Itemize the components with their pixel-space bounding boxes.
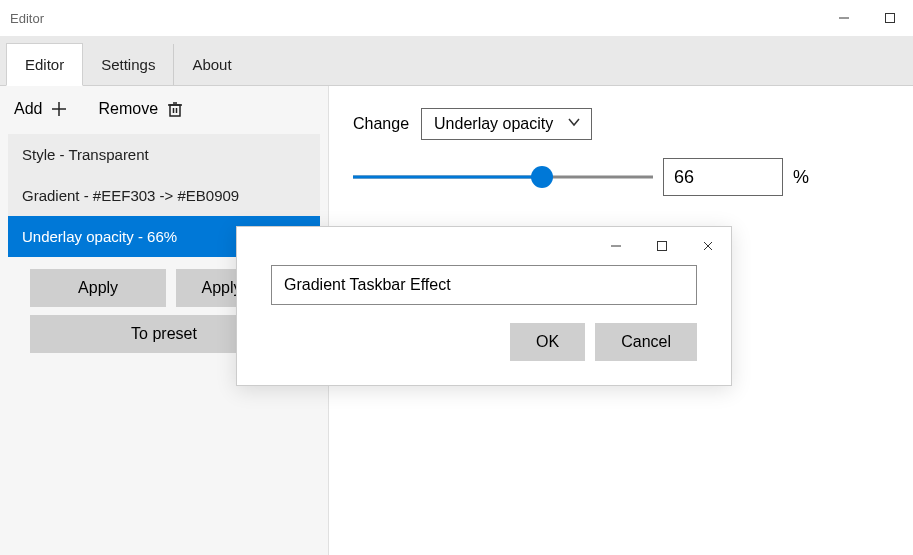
apply-button[interactable]: Apply [30, 269, 166, 307]
change-label: Change [353, 115, 409, 133]
window-controls [821, 0, 913, 36]
window-title: Editor [10, 11, 44, 26]
ok-button[interactable]: OK [510, 323, 585, 361]
window-maximize-button[interactable] [867, 0, 913, 36]
trash-icon [166, 100, 184, 118]
tab-about[interactable]: About [174, 44, 249, 85]
tab-settings[interactable]: Settings [83, 44, 174, 85]
close-icon [702, 240, 714, 252]
cancel-button[interactable]: Cancel [595, 323, 697, 361]
tab-editor[interactable]: Editor [6, 43, 83, 86]
dialog-buttons: OK Cancel [271, 323, 697, 361]
change-row: Change Underlay opacity [353, 108, 889, 140]
plus-icon [50, 100, 68, 118]
svg-rect-4 [170, 105, 180, 116]
tab-strip: Editor Settings About [0, 36, 913, 86]
percent-symbol: % [793, 167, 809, 188]
dialog-minimize-button[interactable] [593, 227, 639, 265]
opacity-slider[interactable] [353, 165, 653, 189]
slider-thumb[interactable] [531, 166, 553, 188]
add-label: Add [14, 100, 42, 118]
preset-name-input[interactable] [271, 265, 697, 305]
list-item-style[interactable]: Style - Transparent [8, 134, 320, 175]
dialog-titlebar [237, 227, 731, 265]
remove-label: Remove [98, 100, 158, 118]
dialog-body: OK Cancel [237, 265, 731, 385]
minimize-icon [838, 12, 850, 24]
maximize-icon [884, 12, 896, 24]
remove-button[interactable]: Remove [98, 100, 184, 118]
add-button[interactable]: Add [14, 100, 68, 118]
opacity-input[interactable] [663, 158, 783, 196]
window-minimize-button[interactable] [821, 0, 867, 36]
list-item-gradient[interactable]: Gradient - #EEF303 -> #EB0909 [8, 175, 320, 216]
list-toolbar: Add Remove [0, 90, 328, 128]
window-titlebar: Editor [0, 0, 913, 36]
svg-rect-10 [658, 242, 667, 251]
preset-name-dialog: OK Cancel [236, 226, 732, 386]
slider-track-fill [353, 176, 542, 179]
minimize-icon [610, 240, 622, 252]
svg-rect-1 [886, 14, 895, 23]
change-select-value: Underlay opacity [434, 115, 553, 132]
chevron-down-icon [567, 115, 581, 133]
maximize-icon [656, 240, 668, 252]
dialog-close-button[interactable] [685, 227, 731, 265]
slider-row: % [353, 158, 889, 196]
dialog-maximize-button[interactable] [639, 227, 685, 265]
change-select[interactable]: Underlay opacity [421, 108, 592, 140]
